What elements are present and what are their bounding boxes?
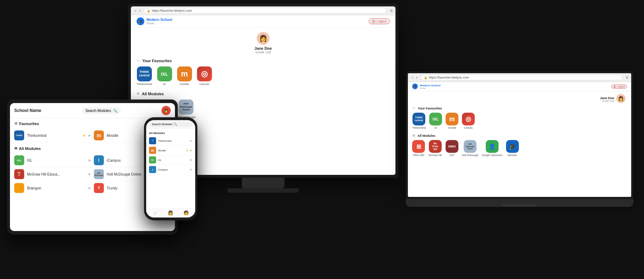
monitor-user-name: Jane Doe	[255, 46, 272, 50]
laptop-module-mcgrawhill[interactable]: McGrawHill McGraw Hill	[429, 140, 442, 156]
laptop-holtmcdougal-icon: HoltMcDougalOnline	[464, 140, 477, 153]
laptop-thinkcentral-label: Thinkcentral	[412, 127, 426, 129]
laptop-module-glp[interactable]: HMH GLP	[446, 140, 458, 156]
moodle-label: moodle	[180, 82, 189, 86]
laptop-nav-bar: 🎓 Modern School Dubai ⏻ Logout	[408, 82, 631, 91]
tablet-mcgrawhill-left: McG McGraw Hill Educa...	[14, 169, 60, 179]
phone-icampus-name: iCampus	[158, 168, 168, 171]
laptop-canvas-label: Canvas	[464, 127, 473, 129]
tablet-fav-thinkcentral[interactable]: THINK Thinkcentral ★ ➤	[14, 129, 91, 143]
tablet-thinkcentral-star[interactable]: ★	[82, 133, 86, 138]
tablet-mod-ixl[interactable]: IXL IXL ➤	[14, 154, 91, 167]
laptop-module-thinkcentral[interactable]: THINKcentral Thinkcentral	[412, 113, 426, 129]
laptop-module-holtmcdougal[interactable]: HoltMcDougalOnline Holt McDougal	[462, 140, 478, 156]
logout-label: Logout	[377, 20, 387, 23]
laptop-url-bar[interactable]: 🔒 https://launcher.letslync.com	[421, 75, 622, 80]
laptop-module-googleclassroom[interactable]: 👤 Google Classroom	[482, 140, 502, 156]
forward-button[interactable]: ›	[138, 8, 142, 14]
phone-footer-user2[interactable]: 🧑	[183, 210, 189, 216]
monitor-favourites-header: ☆ Your Favourites	[131, 56, 395, 64]
phone-mod-thinkcentral[interactable]: T Thinkcentral ➤	[149, 136, 192, 146]
phone-device: Search Modules 🔍 All Modules T Thinkcent…	[144, 117, 197, 220]
laptop-back-button[interactable]: ‹	[411, 75, 414, 80]
laptop-app: ‹ › 🔒 https://launcher.letslync.com ≡ 🎓	[408, 73, 631, 197]
tablet-holtmcdougal-left: HoltMcDougal Holt McDougal Online	[94, 169, 141, 179]
brand-location: Dubai	[147, 22, 172, 25]
tablet-search-bar[interactable]: Search Modules 🔍	[82, 107, 121, 114]
laptop-module-moodle[interactable]: m moodle	[446, 113, 458, 129]
monitor-allmodules-title: All Modules	[142, 92, 164, 96]
phone-icampus-launch[interactable]: ➤	[190, 168, 192, 171]
laptop-screen: ‹ › 🔒 https://launcher.letslync.com ≡ 🎓	[408, 73, 631, 197]
lock-icon: 🔒	[147, 9, 150, 12]
phone-footer-avatar[interactable]: 👩	[168, 210, 173, 216]
tablet-braingon-name: Braingon	[27, 186, 41, 190]
tablet-search-text: Search Modules	[85, 109, 111, 113]
laptop-allmodules-grid: ⊞ Office 365 McGrawHill McGraw Hill HMH	[408, 139, 631, 159]
phone-moodle-star[interactable]: ★	[186, 149, 188, 152]
favourites-star-icon: ☆	[137, 58, 140, 63]
laptop-module-canvas[interactable]: ◎ Canvas	[462, 113, 475, 129]
tablet-ixl-name: IXL	[27, 159, 32, 162]
back-button[interactable]: ‹	[134, 8, 137, 14]
phone-mod-ixl[interactable]: IXL IXL ➤	[149, 155, 192, 165]
laptop-module-ixl[interactable]: IXL ixl	[429, 113, 442, 129]
monitor-url-bar[interactable]: 🔒 https://launcher.letslync.com	[144, 8, 387, 14]
laptop-menu-icon[interactable]: ≡	[626, 75, 628, 80]
laptop-url-text: https://launcher.letslync.com	[429, 76, 469, 79]
module-holtmcdougal-mon[interactable]: HoltMcDougalOnline Holt McDougal	[177, 100, 195, 119]
module-ixl[interactable]: IXL ixl	[157, 66, 172, 86]
phone-mod-moodle[interactable]: m Moodle ★ ➤	[149, 146, 192, 155]
phone-thinkcentral-launch[interactable]: ➤	[190, 139, 192, 143]
menu-icon[interactable]: ≡	[390, 8, 393, 13]
monitor-allmodules-header: ≋ All Modules	[131, 89, 395, 97]
tablet-braingon-launch[interactable]: ➤	[88, 186, 91, 191]
phone-mod-icampus[interactable]: i iCampus ➤	[149, 165, 192, 175]
laptop-forward-button[interactable]: ›	[415, 75, 419, 80]
tablet-thinkcentral-launch[interactable]: ➤	[88, 133, 91, 138]
phone-ixl-icon: IXL	[149, 156, 156, 163]
laptop-glp-icon: HMH	[446, 140, 458, 153]
tablet-search-icon: 🔍	[113, 109, 117, 113]
phone-moodle-name: Moodle	[158, 149, 166, 152]
laptop-office365-icon: ⊞	[412, 140, 425, 153]
tablet-ixl-launch[interactable]: ➤	[88, 158, 91, 163]
laptop-module-edmodo[interactable]: 🎓 Edmodo	[506, 140, 519, 156]
canvas-icon: ◎	[197, 66, 212, 81]
laptop-edmodo-icon: 🎓	[506, 140, 519, 153]
laptop-logout-button[interactable]: ⏻ Logout	[611, 85, 627, 88]
canvas-label: Canvas	[199, 82, 209, 86]
module-canvas[interactable]: ◎ Canvas	[197, 66, 212, 86]
tablet-icampus-name: iCampus	[107, 159, 121, 162]
laptop-mcgrawhill-icon: McGrawHill	[429, 140, 442, 153]
laptop-allmodules-header: ≋ All Modules	[408, 132, 631, 139]
phone-thinkcentral-name: Thinkcentral	[158, 140, 171, 142]
phone-thinkcentral-left: T Thinkcentral	[149, 137, 171, 144]
phone-header: Search Modules 🔍	[146, 120, 195, 129]
tablet-trunity-name: Trunity	[107, 186, 117, 190]
module-moodle[interactable]: m moodle	[177, 66, 192, 86]
laptop-googleclassroom-icon: 👤	[486, 140, 499, 153]
phone-ixl-launch[interactable]: ➤	[190, 158, 192, 162]
laptop-holtmcdougal-label: Holt McDougal	[462, 154, 478, 156]
allmodules-icon: ≋	[137, 91, 140, 96]
ixl-icon: IXL	[157, 66, 172, 81]
tablet-mod-braingon[interactable]: 🔶 Braingon ➤	[14, 181, 91, 195]
tablet-icampus-icon: i	[94, 155, 104, 165]
phone-moodle-launch[interactable]: ➤	[190, 149, 192, 152]
tablet-mod-mcgrawhill[interactable]: McG McGraw Hill Educa... ➤	[14, 167, 91, 181]
tablet-thinkcentral-name: Thinkcentral	[27, 134, 46, 138]
module-thinkcentral[interactable]: THINKcentral Thinkcentral	[137, 66, 152, 86]
phone-ixl-left: IXL IXL	[149, 156, 162, 163]
tablet-moodle-icon: m	[94, 130, 104, 140]
phone-search-bar[interactable]: Search Modules 🔍	[149, 122, 192, 127]
tablet-mcgrawhill-launch[interactable]: ➤	[88, 172, 91, 177]
thinkcentral-label: Thinkcentral	[137, 82, 152, 86]
laptop-brand-text: Modern School Dubai	[420, 84, 441, 89]
laptop-module-office365[interactable]: ⊞ Office 365	[412, 140, 425, 156]
brand-name: Modern School	[147, 18, 172, 22]
url-text: https://launcher.letslync.com	[152, 9, 192, 12]
logout-button[interactable]: ⏻ Logout	[369, 18, 390, 24]
phone-footer-star[interactable]: ☆	[153, 210, 158, 216]
laptop-favourites-header: ☆ Your Favourites	[408, 104, 631, 111]
